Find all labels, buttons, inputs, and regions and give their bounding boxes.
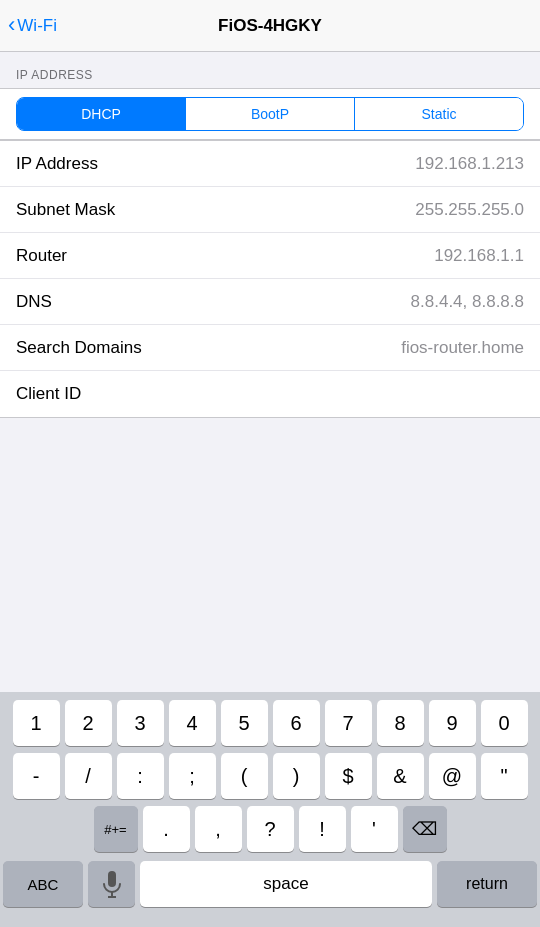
space-key[interactable]: space bbox=[140, 861, 432, 907]
keyboard-number-row: 1 2 3 4 5 6 7 8 9 0 bbox=[3, 700, 537, 746]
key-slash[interactable]: / bbox=[65, 753, 112, 799]
back-label: Wi-Fi bbox=[17, 16, 57, 36]
key-semicolon[interactable]: ; bbox=[169, 753, 216, 799]
key-3[interactable]: 3 bbox=[117, 700, 164, 746]
subnet-mask-value: 255.255.255.0 bbox=[415, 200, 524, 220]
page-title: FiOS-4HGKY bbox=[218, 16, 322, 36]
key-quote[interactable]: " bbox=[481, 753, 528, 799]
table-row: Router 192.168.1.1 bbox=[0, 233, 540, 279]
keyboard-symbol-row: - / : ; ( ) $ & @ " bbox=[3, 753, 537, 799]
svg-rect-0 bbox=[108, 871, 116, 887]
router-label: Router bbox=[16, 246, 67, 266]
table-row: IP Address 192.168.1.213 bbox=[0, 141, 540, 187]
back-chevron-icon: ‹ bbox=[8, 14, 15, 36]
keyboard-bottom-row: ABC space return bbox=[0, 856, 540, 927]
segmented-control-container: DHCP BootP Static bbox=[0, 88, 540, 140]
back-button[interactable]: ‹ Wi-Fi bbox=[8, 15, 57, 36]
key-4[interactable]: 4 bbox=[169, 700, 216, 746]
key-dash[interactable]: - bbox=[13, 753, 60, 799]
key-1[interactable]: 1 bbox=[13, 700, 60, 746]
key-9[interactable]: 9 bbox=[429, 700, 476, 746]
key-at[interactable]: @ bbox=[429, 753, 476, 799]
segment-bootp[interactable]: BootP bbox=[186, 98, 355, 130]
microphone-key[interactable] bbox=[88, 861, 135, 907]
dns-label: DNS bbox=[16, 292, 52, 312]
search-domains-label: Search Domains bbox=[16, 338, 142, 358]
key-0[interactable]: 0 bbox=[481, 700, 528, 746]
table-row: Client ID bbox=[0, 371, 540, 417]
microphone-icon bbox=[102, 870, 122, 898]
key-open-paren[interactable]: ( bbox=[221, 753, 268, 799]
keyboard: 1 2 3 4 5 6 7 8 9 0 - / : ; ( ) $ & @ " … bbox=[0, 692, 540, 927]
segment-static[interactable]: Static bbox=[355, 98, 523, 130]
key-colon[interactable]: : bbox=[117, 753, 164, 799]
table-row: Subnet Mask 255.255.255.0 bbox=[0, 187, 540, 233]
router-value: 192.168.1.1 bbox=[434, 246, 524, 266]
key-dollar[interactable]: $ bbox=[325, 753, 372, 799]
section-header: IP Address bbox=[0, 52, 540, 88]
delete-key[interactable]: ⌫ bbox=[403, 806, 447, 852]
key-close-paren[interactable]: ) bbox=[273, 753, 320, 799]
key-comma[interactable]: , bbox=[195, 806, 242, 852]
key-apostrophe[interactable]: ' bbox=[351, 806, 398, 852]
ip-address-label: IP Address bbox=[16, 154, 98, 174]
network-info-section: IP Address 192.168.1.213 Subnet Mask 255… bbox=[0, 140, 540, 418]
abc-key[interactable]: ABC bbox=[3, 861, 83, 907]
table-row: DNS 8.8.4.4, 8.8.8.8 bbox=[0, 279, 540, 325]
key-6[interactable]: 6 bbox=[273, 700, 320, 746]
keyboard-third-row: #+= . , ? ! ' ⌫ bbox=[3, 806, 537, 852]
delete-icon: ⌫ bbox=[412, 818, 437, 840]
subnet-mask-label: Subnet Mask bbox=[16, 200, 115, 220]
key-2[interactable]: 2 bbox=[65, 700, 112, 746]
return-key[interactable]: return bbox=[437, 861, 537, 907]
key-exclaim[interactable]: ! bbox=[299, 806, 346, 852]
table-row: Search Domains fios-router.home bbox=[0, 325, 540, 371]
key-ampersand[interactable]: & bbox=[377, 753, 424, 799]
key-period[interactable]: . bbox=[143, 806, 190, 852]
navigation-bar: ‹ Wi-Fi FiOS-4HGKY bbox=[0, 0, 540, 52]
key-5[interactable]: 5 bbox=[221, 700, 268, 746]
key-7[interactable]: 7 bbox=[325, 700, 372, 746]
ip-mode-segmented-control: DHCP BootP Static bbox=[16, 97, 524, 131]
segment-dhcp[interactable]: DHCP bbox=[17, 98, 186, 130]
symbols-shift-key[interactable]: #+= bbox=[94, 806, 138, 852]
search-domains-value: fios-router.home bbox=[401, 338, 524, 358]
key-8[interactable]: 8 bbox=[377, 700, 424, 746]
dns-value: 8.8.4.4, 8.8.8.8 bbox=[411, 292, 524, 312]
ip-address-value: 192.168.1.213 bbox=[415, 154, 524, 174]
client-id-label: Client ID bbox=[16, 384, 81, 404]
key-question[interactable]: ? bbox=[247, 806, 294, 852]
